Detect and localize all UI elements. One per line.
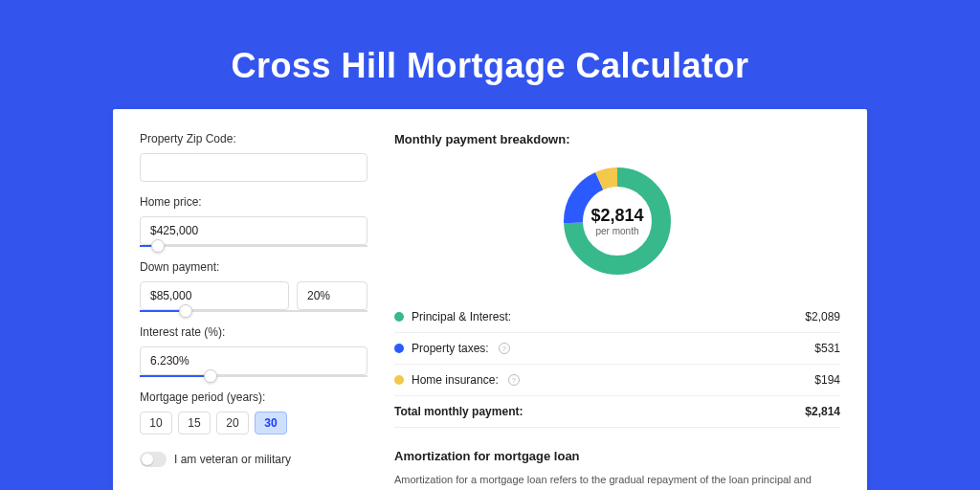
down-slider[interactable]: [140, 310, 368, 312]
price-label: Home price:: [140, 195, 368, 209]
zip-row: Property Zip Code:: [140, 132, 368, 182]
rate-slider-fill: [140, 375, 211, 377]
price-slider-thumb[interactable]: [151, 239, 165, 253]
down-slider-thumb[interactable]: [179, 304, 192, 318]
veteran-label: I am veteran or military: [174, 453, 291, 466]
down-label: Down payment:: [140, 260, 368, 274]
results-panel: Monthly payment breakdown: $2,814 per mo…: [394, 132, 840, 490]
price-input[interactable]: [140, 216, 368, 245]
page-title: Cross Hill Mortgage Calculator: [0, 0, 980, 109]
legend-label: Property taxes:: [412, 342, 489, 355]
veteran-row: I am veteran or military: [140, 452, 368, 467]
price-slider[interactable]: [140, 245, 368, 247]
amortization-title: Amortization for mortgage loan: [394, 449, 840, 463]
down-row: Down payment:: [140, 260, 368, 312]
legend-value: $2,089: [805, 310, 840, 323]
amortization-text: Amortization for a mortgage loan refers …: [394, 473, 840, 490]
period-button-30[interactable]: 30: [255, 412, 287, 434]
legend-value: $531: [814, 342, 840, 355]
calculator-card: Property Zip Code: Home price: Down paym…: [113, 109, 867, 490]
period-buttons: 10152030: [140, 412, 368, 434]
period-button-10[interactable]: 10: [140, 412, 172, 434]
period-button-15[interactable]: 15: [178, 412, 211, 434]
breakdown-title: Monthly payment breakdown:: [394, 132, 840, 146]
legend-dot-icon: [394, 375, 404, 385]
donut-amount: $2,814: [590, 206, 643, 226]
legend-total-row: Total monthly payment:$2,814: [394, 396, 840, 428]
legend-dot-icon: [394, 344, 404, 353]
rate-input[interactable]: [140, 346, 368, 375]
zip-input[interactable]: [140, 153, 368, 182]
legend-row: Home insurance:?$194: [394, 365, 840, 396]
total-label: Total monthly payment:: [394, 405, 523, 418]
rate-slider[interactable]: [140, 375, 368, 377]
legend-label: Principal & Interest:: [412, 310, 511, 323]
donut-wrap: $2,814 per month: [394, 164, 840, 278]
info-icon[interactable]: ?: [499, 343, 510, 354]
legend-label: Home insurance:: [412, 373, 499, 387]
legend-dot-icon: [394, 312, 404, 322]
rate-row: Interest rate (%):: [140, 325, 368, 377]
price-row: Home price:: [140, 195, 368, 247]
period-label: Mortgage period (years):: [140, 390, 368, 404]
period-row: Mortgage period (years): 10152030: [140, 390, 368, 434]
down-percent-input[interactable]: [297, 281, 368, 310]
down-amount-input[interactable]: [140, 281, 289, 310]
donut-sub: per month: [595, 226, 638, 236]
legend: Principal & Interest:$2,089Property taxe…: [394, 301, 840, 428]
legend-row: Property taxes:?$531: [394, 333, 840, 365]
zip-label: Property Zip Code:: [140, 132, 368, 145]
donut-center: $2,814 per month: [560, 164, 675, 278]
rate-label: Interest rate (%):: [140, 325, 368, 339]
period-button-20[interactable]: 20: [216, 412, 249, 434]
info-icon[interactable]: ?: [508, 374, 520, 386]
total-value: $2,814: [805, 405, 840, 418]
rate-slider-thumb[interactable]: [204, 369, 217, 383]
legend-row: Principal & Interest:$2,089: [394, 301, 840, 333]
veteran-toggle[interactable]: [140, 452, 167, 467]
legend-value: $194: [814, 373, 840, 387]
form-panel: Property Zip Code: Home price: Down paym…: [140, 132, 368, 490]
donut-chart: $2,814 per month: [560, 164, 675, 278]
